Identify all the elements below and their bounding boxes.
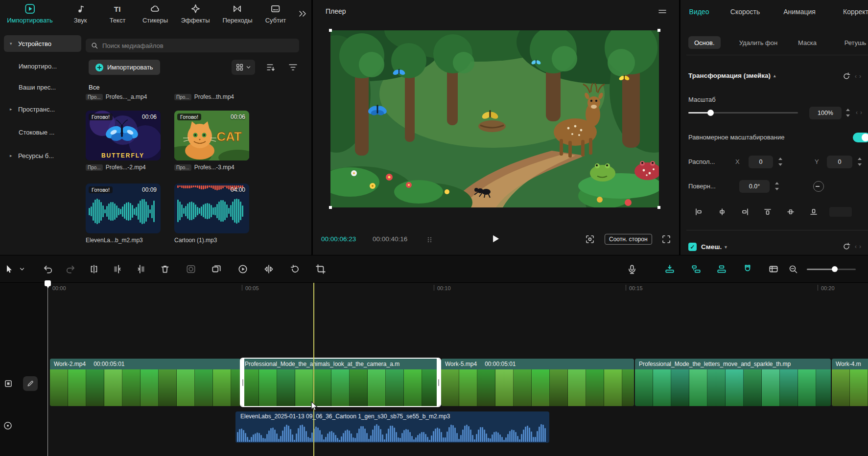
media-filter-all[interactable]: Все	[89, 84, 99, 91]
clip-trim-handle-left[interactable]	[241, 359, 244, 406]
video-preview[interactable]	[330, 30, 659, 207]
sidebar-item-device[interactable]: ▾ Устройство	[4, 35, 81, 52]
preview-corner-handle[interactable]	[657, 29, 660, 32]
sidebar-item-spaces[interactable]: ▸ Пространс...	[4, 101, 81, 117]
rotate-icon[interactable]	[290, 264, 301, 274]
sort-list-icon[interactable]	[265, 62, 276, 72]
view-grid-button[interactable]	[232, 60, 255, 75]
subtab-basic[interactable]: Основ.	[688, 36, 721, 49]
scale-slider[interactable]	[688, 112, 798, 114]
slider-thumb[interactable]	[707, 110, 714, 116]
tab-import[interactable]: Импортировать	[7, 3, 53, 24]
uniform-scale-toggle[interactable]	[853, 133, 868, 142]
preview-corner-handle[interactable]	[329, 206, 332, 209]
align-left-icon[interactable]	[694, 207, 703, 216]
y-value-field[interactable]: 0	[827, 156, 852, 168]
video-thumbnail[interactable]: CAT Готово! 00:06	[174, 111, 249, 160]
preview-corner-handle[interactable]	[329, 29, 332, 32]
record-voiceover-icon[interactable]	[627, 264, 637, 274]
slider-thumb[interactable]	[832, 266, 838, 272]
playhead-line[interactable]	[313, 283, 314, 456]
tab-stickers[interactable]: Стикеры	[142, 3, 168, 24]
overlay-icon[interactable]	[211, 264, 222, 274]
timeline-clip-work2[interactable]: Work-2.mp4 00:00:05:01	[50, 359, 241, 406]
import-media-button[interactable]: Импортировать	[89, 60, 160, 75]
select-tool-icon[interactable]	[4, 264, 14, 274]
blend-section-header[interactable]: Смеш. ▾	[701, 243, 727, 251]
media-card-audio-eleven[interactable]: Готово! 00:09 ElevenLa...b_m2.mp3	[86, 183, 161, 244]
media-card-audio-cartoon[interactable]: 04:00 Cartoon (1).mp3	[174, 183, 249, 244]
crop-icon[interactable]	[315, 264, 326, 274]
timeline-audio-clip[interactable]: ElevenLabs_2025-01-13 09_06_36_Cartoon 1…	[235, 411, 549, 443]
frame-options-icon[interactable]	[426, 236, 433, 243]
x-stepper[interactable]	[778, 158, 784, 166]
select-tool-dropdown-icon[interactable]	[19, 266, 25, 272]
align-right-icon[interactable]	[741, 207, 750, 216]
tab-text[interactable]: TI Текст	[110, 3, 126, 24]
undo-icon[interactable]	[42, 264, 53, 274]
align-center-h-icon[interactable]	[718, 207, 727, 216]
play-button[interactable]	[490, 233, 501, 244]
timeline-settings-icon[interactable]	[768, 264, 779, 274]
track-options-icon[interactable]	[4, 379, 13, 388]
tab-subtitles[interactable]: Субтит	[265, 3, 286, 24]
aspect-ratio-button[interactable]: Соотн. сторон	[605, 234, 652, 245]
scale-stepper[interactable]	[846, 109, 851, 117]
timeline-clip-letters[interactable]: Professional_Mode_the_letters_move_and_s…	[635, 359, 831, 406]
rotate-dial[interactable]	[813, 181, 824, 192]
subtab-retouch[interactable]: Ретушь	[845, 39, 867, 46]
media-filename-row[interactable]: Про... Profes...th.mp4	[174, 93, 249, 100]
playback-speed-icon[interactable]	[237, 264, 248, 274]
keyframe-nav-icons[interactable]: ‹›	[856, 109, 865, 116]
reset-icon[interactable]	[842, 242, 851, 251]
auto-ripple-icon[interactable]	[691, 264, 702, 274]
rotate-stepper[interactable]	[775, 182, 780, 190]
redo-icon[interactable]	[66, 264, 76, 274]
tab-audio[interactable]: Звук	[74, 3, 87, 24]
fullscreen-icon[interactable]	[661, 234, 671, 244]
audio-thumbnail[interactable]: 04:00	[174, 183, 249, 233]
timeline-clip-work5[interactable]: Work-5.mp4 00:00:05:01	[441, 359, 634, 406]
clip-trim-handle-right[interactable]	[437, 359, 440, 406]
rotate-value-field[interactable]: 0.0°	[739, 180, 770, 193]
player-menu-icon[interactable]	[657, 7, 667, 17]
more-tabs-icon[interactable]	[298, 9, 307, 19]
zoom-out-icon[interactable]	[788, 264, 798, 274]
video-thumbnail[interactable]: BUTTERFLY Готово! 00:06	[86, 111, 161, 160]
edit-clip-button[interactable]	[23, 376, 38, 391]
keyframe-nav-icons[interactable]: ‹›	[855, 243, 864, 250]
filter-icon[interactable]	[288, 62, 298, 72]
split-icon[interactable]	[89, 264, 99, 274]
keyframe-nav-icons[interactable]: ‹›	[855, 73, 864, 80]
snap-magnet-icon[interactable]	[742, 264, 753, 274]
inspector-tab-video[interactable]: Видео	[689, 8, 709, 16]
media-card-butterfly[interactable]: BUTTERFLY Готово! 00:06 Про... Profes...…	[86, 111, 161, 171]
preview-corner-handle[interactable]	[657, 206, 660, 209]
sidebar-item-imported[interactable]: Импортиро...	[4, 58, 81, 74]
transform-section-header[interactable]: Трансформация (змейка) ▴	[688, 72, 776, 79]
trim-right-icon[interactable]	[136, 264, 146, 274]
timeline-clip-animals-selected[interactable]: Professional_Mode_the_animals_look_at_th…	[241, 359, 440, 406]
y-stepper[interactable]	[858, 158, 863, 166]
trim-left-icon[interactable]	[112, 264, 123, 274]
mirror-icon[interactable]	[263, 264, 274, 274]
sidebar-item-stock[interactable]: Стоковые ...	[4, 124, 81, 140]
audio-thumbnail[interactable]: Готово! 00:09	[86, 183, 161, 233]
tab-transitions[interactable]: Переходы	[223, 3, 253, 24]
inspector-tab-animation[interactable]: Анимация	[783, 8, 816, 16]
x-value-field[interactable]: 0	[749, 156, 773, 168]
audio-track-icon[interactable]	[3, 421, 13, 431]
main-track-magnet-icon[interactable]	[664, 264, 675, 274]
inspector-tab-speed[interactable]: Скорость	[730, 8, 760, 16]
align-bottom-icon[interactable]	[809, 207, 818, 216]
timeline-start-marker[interactable]	[45, 280, 51, 286]
timeline[interactable]: 00:00 00:05 00:10 00:15 00:20 Work-2.mp4…	[0, 283, 868, 456]
align-top-icon[interactable]	[763, 207, 772, 216]
inspector-tab-adjust[interactable]: Коррект	[843, 8, 868, 16]
media-card-cat[interactable]: CAT Готово! 00:06 Про... Profes...-3.mp4	[174, 111, 249, 171]
align-middle-v-icon[interactable]	[786, 207, 795, 216]
timeline-clip-work4[interactable]: Work-4.m	[832, 359, 868, 406]
sidebar-item-resources[interactable]: ▸ Ресурсы б...	[4, 147, 81, 164]
delete-icon[interactable]	[160, 264, 170, 274]
mask-icon[interactable]	[186, 264, 196, 274]
